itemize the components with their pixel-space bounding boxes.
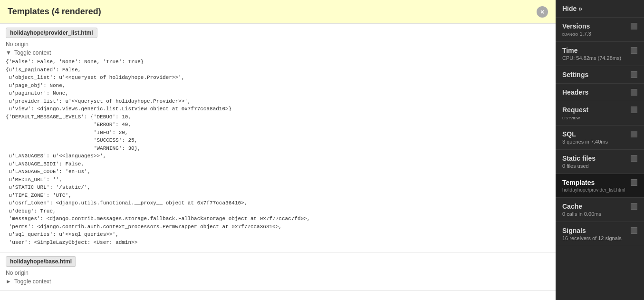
template-block-2: holidayhope/base.html No origin ► Toggle… xyxy=(0,252,556,291)
main-content: Templates (4 rendered) × holidayhope/pro… xyxy=(0,0,556,300)
template-origin-1: No origin xyxy=(6,41,550,48)
toggle-context-2[interactable]: ► Toggle context xyxy=(6,278,550,285)
sidebar-item-sql[interactable]: SQL 3 queries in 7.40ms xyxy=(556,126,644,150)
sidebar-headers-label: Headers xyxy=(562,88,588,96)
sidebar-item-static-files[interactable]: Static files 0 files used xyxy=(556,150,644,174)
toggle-arrow-1: ▼ xyxy=(6,49,11,56)
sidebar-item-versions[interactable]: Versions Django 1.7.3 xyxy=(556,18,644,42)
toggle-arrow-2: ► xyxy=(6,278,11,285)
sidebar-settings-label: Settings xyxy=(562,71,588,78)
scroll-area[interactable]: holidayhope/provider_list.html No origin… xyxy=(0,24,556,300)
sidebar-templates-subtitle: holidayhope/provider_list.html xyxy=(562,187,637,193)
sidebar-request-label: Request xyxy=(562,106,588,114)
sidebar-item-cache[interactable]: Cache 0 calls in 0.00ms xyxy=(556,198,644,222)
time-checkbox[interactable] xyxy=(631,47,637,54)
sidebar-request-subtitle: ListView xyxy=(562,115,637,120)
sidebar-item-headers[interactable]: Headers xyxy=(556,84,644,101)
sidebar-item-settings[interactable]: Settings xyxy=(556,66,644,84)
template-filename-2: holidayhope/base.html xyxy=(6,256,76,267)
sidebar-cache-subtitle: 0 calls in 0.00ms xyxy=(562,211,637,217)
signals-checkbox[interactable] xyxy=(631,227,637,234)
panel-header: Templates (4 rendered) × xyxy=(0,0,556,24)
template-block-1: holidayhope/provider_list.html No origin… xyxy=(0,24,556,252)
sidebar-signals-subtitle: 16 receivers of 12 signals xyxy=(562,235,637,241)
cache-checkbox[interactable] xyxy=(631,203,637,210)
sidebar-static-label: Static files xyxy=(562,155,596,162)
settings-checkbox[interactable] xyxy=(631,71,637,78)
sidebar-hide-label: Hide » xyxy=(562,5,582,12)
sidebar-versions-subtitle: Django 1.7.3 xyxy=(562,31,637,37)
sidebar-sql-subtitle: 3 queries in 7.40ms xyxy=(562,139,637,145)
panel-title: Templates (4 rendered) xyxy=(8,7,101,17)
headers-checkbox[interactable] xyxy=(631,89,637,96)
close-button[interactable]: × xyxy=(537,6,548,18)
toggle-context-1[interactable]: ▼ Toggle context xyxy=(6,49,550,56)
sidebar-signals-label: Signals xyxy=(562,227,586,234)
sidebar-item-templates[interactable]: Templates holidayhope/provider_list.html xyxy=(556,174,644,198)
sidebar-item-hide[interactable]: Hide » xyxy=(556,0,644,18)
static-checkbox[interactable] xyxy=(631,155,637,162)
toggle-label-1: Toggle context xyxy=(13,49,51,56)
sidebar-sql-label: SQL xyxy=(562,130,576,138)
sql-checkbox[interactable] xyxy=(631,131,637,137)
sidebar-time-label: Time xyxy=(562,47,577,54)
sidebar-templates-label: Templates xyxy=(562,179,595,186)
request-checkbox[interactable] xyxy=(631,106,637,113)
toggle-label-2: Toggle context xyxy=(13,278,51,285)
sidebar-static-subtitle: 0 files used xyxy=(562,163,637,169)
sidebar: Hide » Versions Django 1.7.3 Time CPU: 5… xyxy=(556,0,644,300)
sidebar-item-request[interactable]: Request ListView xyxy=(556,101,644,126)
sidebar-cache-label: Cache xyxy=(562,203,582,210)
sidebar-time-subtitle: CPU: 54.82ms (74.28ms) xyxy=(562,55,637,61)
versions-checkbox[interactable] xyxy=(631,23,637,29)
templates-checkbox[interactable] xyxy=(631,179,637,186)
template-origin-2: No origin xyxy=(6,270,550,276)
template-filename-1: holidayhope/provider_list.html xyxy=(6,28,97,38)
context-content-1: {'False': False, 'None': None, 'True': T… xyxy=(6,58,550,246)
sidebar-item-signals[interactable]: Signals 16 receivers of 12 signals xyxy=(556,222,644,246)
sidebar-item-time[interactable]: Time CPU: 54.82ms (74.28ms) xyxy=(556,42,644,66)
sidebar-versions-label: Versions xyxy=(562,22,590,30)
